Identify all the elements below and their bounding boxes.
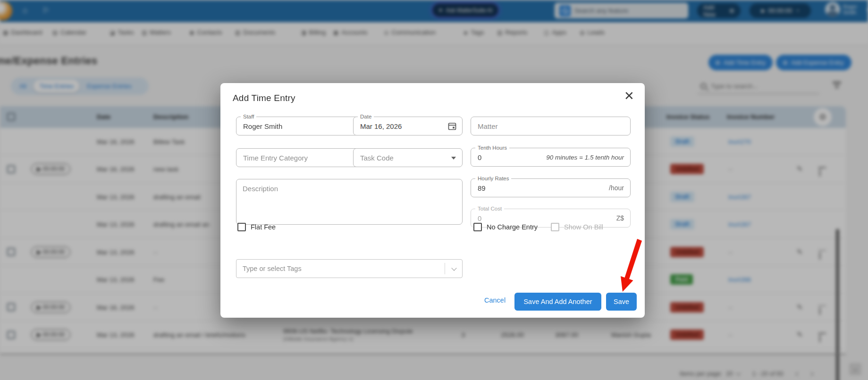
total-cost-value: 0	[478, 214, 481, 222]
staff-value: Roger Smith	[243, 122, 282, 130]
no-charge-entry-label: No Charge Entry	[487, 223, 538, 231]
staff-select[interactable]: Staff Roger Smith	[236, 117, 371, 135]
tenth-hours-value: 0	[478, 153, 481, 161]
date-field[interactable]: Date Mar 16, 2026	[353, 117, 463, 135]
tenth-hours-label: Tenth Hours	[475, 144, 509, 151]
show-on-bill-label: Show On Bill	[564, 223, 603, 231]
show-on-bill-option: Show On Bill	[551, 223, 603, 231]
close-icon[interactable]: ✕	[624, 89, 634, 103]
task-code-select[interactable]: Task Code	[353, 148, 463, 167]
time-entry-category-select[interactable]: Time Entry Category	[236, 148, 371, 167]
total-cost-suffix: Z$	[616, 214, 624, 222]
flat-fee-checkbox[interactable]	[237, 223, 246, 231]
flat-fee-label: Flat Fee	[251, 223, 276, 231]
tenth-hours-field[interactable]: Tenth Hours 0 90 minutes = 1.5 tenth hou…	[471, 148, 631, 167]
chevron-down-icon	[451, 157, 456, 160]
chevron-down-icon[interactable]	[451, 265, 456, 270]
description-textarea[interactable]	[236, 179, 463, 225]
modal-title: Add Time Entry	[233, 93, 295, 103]
tenth-hours-helper: 90 minutes = 1.5 tenth hour	[546, 154, 624, 161]
hourly-rates-label: Hourly Rates	[475, 175, 511, 182]
matter-placeholder: Matter	[478, 122, 498, 130]
no-charge-entry-option[interactable]: No Charge Entry	[473, 223, 538, 231]
tags-placeholder: Type or select Tags	[243, 265, 302, 272]
tags-combobox[interactable]: Type or select Tags	[236, 259, 463, 278]
hourly-rates-field[interactable]: Hourly Rates 89 /hour	[471, 178, 631, 197]
hourly-rates-suffix: /hour	[609, 184, 624, 192]
app-screen: ⌂ ⚐ ✦ Ask MatterSuite AI Search any feat…	[0, 0, 868, 380]
add-time-entry-modal: Add Time Entry ✕ Staff Roger Smith Date …	[220, 83, 645, 318]
flat-fee-option[interactable]: Flat Fee	[237, 223, 276, 231]
matter-select[interactable]: Matter	[471, 117, 631, 135]
annotation-arrow	[611, 237, 644, 296]
date-label: Date	[358, 113, 374, 120]
total-cost-label: Total Cost	[475, 205, 504, 212]
date-value: Mar 16, 2026	[360, 122, 402, 130]
divider	[445, 263, 445, 274]
cancel-button[interactable]: Cancel	[484, 296, 506, 304]
no-charge-entry-checkbox[interactable]	[473, 223, 482, 231]
category-placeholder: Time Entry Category	[243, 154, 308, 162]
task-code-placeholder: Task Code	[360, 154, 394, 162]
staff-label: Staff	[241, 113, 256, 120]
calendar-icon[interactable]	[447, 121, 457, 133]
save-and-add-another-button[interactable]: Save And Add Another	[514, 293, 601, 311]
hourly-rates-value: 89	[478, 184, 486, 192]
show-on-bill-checkbox	[551, 223, 559, 231]
